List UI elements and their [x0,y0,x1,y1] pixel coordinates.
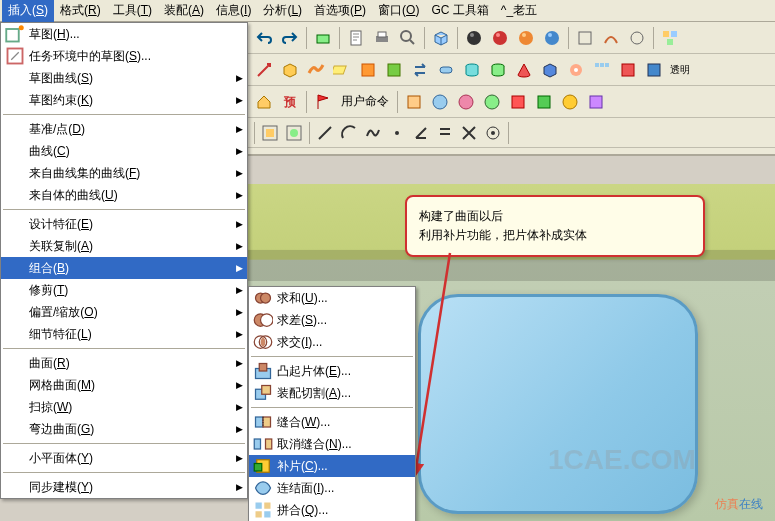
tb-btn-redo[interactable] [278,26,302,50]
tb-btn-sphere-orange[interactable] [514,26,538,50]
menu-item-trim[interactable]: 修剪(T) ▶ [1,279,247,301]
svg-rect-18 [264,503,270,509]
tb-btn-swap[interactable] [408,58,432,82]
tb-btn-sphere-red[interactable] [488,26,512,50]
menu-item-datum[interactable]: 基准/点(D) ▶ [1,118,247,140]
menu-item-curve-from-body[interactable]: 来自体的曲线(U) ▶ [1,184,247,206]
menu-window[interactable]: 窗口(O) [372,0,425,22]
tb-btn-box-red[interactable] [616,58,640,82]
tb-btn-c2[interactable] [428,90,452,114]
tb-btn-c8[interactable] [584,90,608,114]
menu-item-curve-from-curveset[interactable]: 来自曲线集的曲线(F) ▶ [1,162,247,184]
submenu-item-quilt[interactable]: 拼合(Q)... [249,499,415,521]
menu-separator [3,209,245,210]
tb-btn-intersect2[interactable] [458,122,480,144]
tb-btn-cyl-cyan[interactable] [460,58,484,82]
tb-btn-cone-red[interactable] [512,58,536,82]
submenu-item-patch[interactable]: 补片(C)... [249,455,415,477]
tb-btn-arc[interactable] [338,122,360,144]
menu-format[interactable]: 格式(R) [54,0,107,22]
menu-preferences[interactable]: 首选项(P) [308,0,372,22]
tb-btn-face[interactable] [573,26,597,50]
tb-btn-sel2[interactable] [283,122,305,144]
tb-btn-vector[interactable] [252,58,276,82]
tb-btn-line[interactable] [314,122,336,144]
svg-rect-50 [622,64,634,76]
tb-btn-geometry[interactable] [311,26,335,50]
submenu-item-unite[interactable]: 求和(U)... [249,287,415,309]
tb-btn-sheet-yellow[interactable] [330,58,354,82]
tb-btn-c1[interactable] [402,90,426,114]
menu-item-sketch-curve[interactable]: 草图曲线(S) ▶ [1,67,247,89]
tb-btn-box-orange[interactable] [356,58,380,82]
menu-item-associative-copy[interactable]: 关联复制(A) ▶ [1,235,247,257]
tb-btn-c4[interactable] [480,90,504,114]
tb-btn-house[interactable] [252,90,276,114]
menu-insert[interactable]: 插入(S) [2,0,54,22]
menu-tools[interactable]: 工具(T) [107,0,158,22]
tb-btn-spline[interactable] [362,122,384,144]
submenu-item-join-face[interactable]: 连结面(I)... [249,477,415,499]
tb-btn-drill[interactable] [564,58,588,82]
tb-btn-assembly[interactable] [658,26,682,50]
submenu-item-subtract[interactable]: 求差(S)... [249,309,415,331]
tb-btn-slot[interactable] [434,58,458,82]
tb-btn-point[interactable] [386,122,408,144]
menu-gc-toolbox[interactable]: GC 工具箱 [425,0,494,22]
tb-btn-c7[interactable] [558,90,582,114]
model-part[interactable] [418,294,698,514]
svg-point-65 [395,131,399,135]
tb-btn-para[interactable] [434,122,456,144]
tb-btn-box-green[interactable] [382,58,406,82]
menu-item-curve[interactable]: 曲线(C) ▶ [1,140,247,162]
tb-btn-zoom[interactable] [396,26,420,50]
menu-item-facet-body[interactable]: 小平面体(Y) ▶ [1,447,247,469]
tb-btn-angle[interactable] [410,122,432,144]
menu-item-sketch-constraint[interactable]: 草图约束(K) ▶ [1,89,247,111]
tb-btn-c5[interactable] [506,90,530,114]
tb-btn-translucent[interactable]: 透明 [668,58,692,82]
menu-item-combine[interactable]: 组合(B) ▶ [1,257,247,279]
tb-btn-sheet-orange[interactable] [304,58,328,82]
tb-btn-sphere-blue[interactable] [540,26,564,50]
menu-item-sketch[interactable]: 草图(H)... [1,23,247,45]
submenu-item-intersect[interactable]: 求交(I)... [249,331,415,353]
menu-info[interactable]: 信息(I) [210,0,257,22]
menu-analysis[interactable]: 分析(L) [257,0,308,22]
tb-btn-block[interactable] [429,26,453,50]
tb-btn-pattern[interactable] [590,58,614,82]
tb-btn-undo[interactable] [252,26,276,50]
tb-btn-c6[interactable] [532,90,556,114]
tb-btn-print[interactable] [370,26,394,50]
tb-btn-sel1[interactable] [259,122,281,144]
submenu-item-assembly-cut[interactable]: 装配切割(A)... [249,382,415,404]
menu-item-design-feature[interactable]: 设计特征(E) ▶ [1,213,247,235]
menu-item-sweep[interactable]: 扫掠(W) ▶ [1,396,247,418]
svg-rect-24 [378,32,386,37]
tb-btn-model-blue[interactable] [538,58,562,82]
tb-btn-c3[interactable] [454,90,478,114]
tb-btn-proj[interactable] [482,122,504,144]
tb-btn-cyl-green[interactable] [486,58,510,82]
submenu-item-emboss[interactable]: 凸起片体(E)... [249,360,415,382]
menu-laowu[interactable]: ^_老五 [495,0,543,22]
tb-btn-budget[interactable]: 预 [278,90,302,114]
tb-btn-cube-yellow[interactable] [278,58,302,82]
submenu-item-unsew[interactable]: 取消缝合(N)... [249,433,415,455]
tb-btn-box-blue[interactable] [642,58,666,82]
tb-btn-curve[interactable] [599,26,623,50]
menu-item-detail-feature[interactable]: 细节特征(L) ▶ [1,323,247,345]
svg-point-67 [491,131,495,135]
menu-item-offset-scale[interactable]: 偏置/缩放(O) ▶ [1,301,247,323]
tb-btn-flag[interactable] [311,90,335,114]
menu-item-sync-modeling[interactable]: 同步建模(Y) ▶ [1,476,247,498]
tb-btn-doc[interactable] [344,26,368,50]
submenu-item-sew[interactable]: 缝合(W)... [249,411,415,433]
menu-item-mesh-surface[interactable]: 网格曲面(M) ▶ [1,374,247,396]
menu-assembly[interactable]: 装配(A) [158,0,210,22]
menu-item-task-sketch[interactable]: 任务环境中的草图(S)... [1,45,247,67]
menu-item-flange-surface[interactable]: 弯边曲面(G) ▶ [1,418,247,440]
menu-item-surface[interactable]: 曲面(R) ▶ [1,352,247,374]
tb-btn-extra1[interactable] [625,26,649,50]
tb-btn-sphere-dark[interactable] [462,26,486,50]
